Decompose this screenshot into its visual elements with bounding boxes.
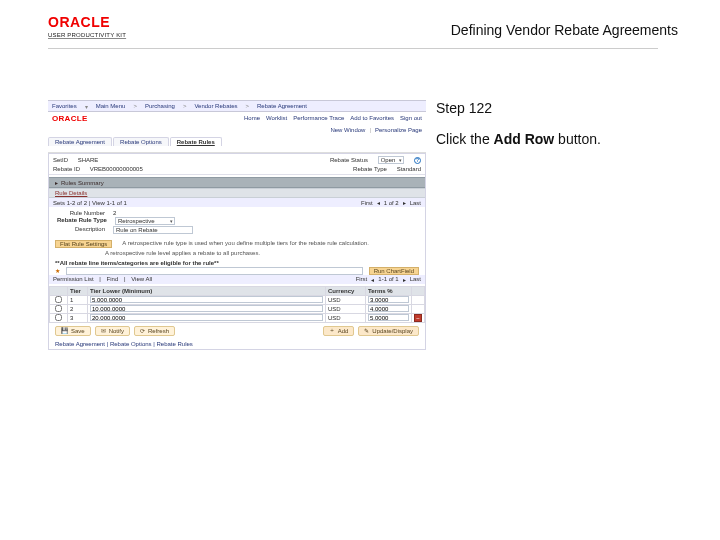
eligible-note: **All rebate line items/categories are e… [49,259,425,267]
refresh-icon: ⟳ [140,327,145,334]
instruction-text: Click the Add Row button. [436,130,676,148]
update-icon: ✎ [364,327,369,334]
link-signout[interactable]: Sign out [400,115,422,121]
page-title: Defining Vendor Rebate Agreements [451,22,678,38]
rule-details-bar[interactable]: Rule Details [49,188,425,198]
notify-icon: ✉ [101,327,106,334]
eligible-row: ★ Run ChartField [49,267,425,275]
help-icon[interactable]: ? [414,157,421,164]
crumb-item[interactable]: Main Menu [96,103,126,109]
link-perf-trace[interactable]: Performance Trace [293,115,344,121]
chevron-left-icon[interactable]: ◂ [371,276,374,283]
add-button[interactable]: ＋Add [323,326,355,336]
nav-last2[interactable]: Last [410,276,421,282]
chevron-right-icon[interactable]: ▸ [403,276,406,283]
rule-p2: A retrospective rule level applies a reb… [105,250,425,258]
row-select[interactable] [52,305,65,312]
chevron-right-icon[interactable]: ▸ [403,199,406,206]
lower-field[interactable] [90,314,323,321]
rebateid-label: Rebate ID [53,166,80,172]
grid-hdr-tier: Tier [68,286,88,295]
personalize-link[interactable]: Personalize Page [375,127,422,133]
setid-label: SetID [53,157,68,163]
oracle-logo: ORACLE [48,14,126,30]
stripe-nav: Sets 1-2 of 2 | View 1-1 of 1 First ◂ 1 … [49,198,425,207]
tab-rebate-options[interactable]: Rebate Options [113,137,169,146]
lower-field[interactable] [90,305,323,312]
terms-field[interactable] [368,305,409,312]
link-home[interactable]: Home [244,115,260,121]
nav-last[interactable]: Last [410,200,421,206]
tier-cell: 2 [68,304,88,313]
status-select[interactable]: Open [378,156,405,164]
header-rule [48,48,658,49]
crumb-item[interactable]: Favorites [52,103,77,109]
new-window-link[interactable]: New Window [330,127,365,133]
notify-label: Notify [109,328,124,334]
update-display-button[interactable]: ✎Update/Display [358,326,419,336]
save-button[interactable]: 💾Save [55,326,91,336]
link-worklist[interactable]: Worklist [266,115,287,121]
grid-hdr-terms: Terms % [366,286,412,295]
lower-field[interactable] [90,296,323,303]
grid-hdr-sel [50,286,68,295]
curr-cell: USD [326,313,366,322]
tier-cell: 3 [68,313,88,322]
terms-field[interactable] [368,296,409,303]
chartfield-button[interactable]: Run ChartField [369,267,419,275]
update-label: Update/Display [372,328,413,334]
delete-row-button[interactable]: − [414,314,422,322]
crumb-item[interactable]: Rebate Agreement [257,103,307,109]
rule-desc-label: Description [57,226,105,234]
refresh-label: Refresh [148,328,169,334]
table-row: 3 USD − [50,313,425,322]
app-bar: ORACLE Home Worklist Performance Trace A… [48,112,426,124]
add-label: Add [338,328,349,334]
viewall-link[interactable]: View All [131,276,152,282]
eligible-field[interactable] [66,267,363,275]
oracle-logo-small: ORACLE [52,114,88,123]
rules-summary-bar[interactable]: ▸Rules Summary [49,177,425,188]
logo-block: ORACLE USER PRODUCTIVITY KIT [48,14,126,38]
rules-summary-label: Rules Summary [61,180,104,186]
tab-strip: Rebate Agreement Rebate Options Rebate R… [48,137,426,146]
row-select[interactable] [52,314,65,321]
row-select[interactable] [52,296,65,303]
refresh-button[interactable]: ⟳Refresh [134,326,175,336]
status-label: Rebate Status [330,157,368,163]
upk-label: USER PRODUCTIVITY KIT [48,32,126,38]
table-row: 1 USD [50,295,425,304]
rule-desc-field[interactable]: Rule on Rebate [113,226,193,234]
curr-cell: USD [326,295,366,304]
grid-stripe: Permission List | Find | View All First … [49,275,425,284]
tiers-grid: Tier Tier Lower (Minimum) Currency Terms… [49,286,425,323]
notify-button[interactable]: ✉Notify [95,326,130,336]
nav-first[interactable]: First [361,200,373,206]
rule-p1: A retrospective rule type is used when y… [122,240,368,248]
embedded-screenshot: Favorites▾ Main Menu> Purchasing> Vendor… [48,100,426,380]
chevron-left-icon[interactable]: ◂ [377,199,380,206]
terms-field[interactable] [368,314,409,321]
rule-type-select[interactable]: Retrospective [115,217,175,225]
link-add-fav[interactable]: Add to Favorites [350,115,394,121]
action-row: 💾Save ✉Notify ⟳Refresh ＋Add ✎Update/Disp… [49,323,425,339]
find-link[interactable]: Find [107,276,119,282]
tier-cell: 1 [68,295,88,304]
nav-of2: 1-1 of 1 [378,276,398,282]
window-actions: New Window | Personalize Page [48,125,426,135]
tab-rebate-rules[interactable]: Rebate Rules [170,137,222,146]
crumb-item[interactable]: Vendor Rebates [194,103,237,109]
flat-rule-button[interactable]: Flat Rule Settings [55,240,112,248]
rule-num-label: Rule Number [57,210,105,216]
instruction-panel: Step 122 Click the Add Row button. [436,100,676,148]
chevron-right-icon: ▸ [55,179,58,186]
instruction-post: button. [554,131,601,147]
grid-hdr-lower: Tier Lower (Minimum) [88,286,326,295]
rule-block: Rule Number2 Rebate Rule TypeRetrospecti… [49,207,425,237]
grid-header-row: Tier Tier Lower (Minimum) Currency Terms… [50,286,425,295]
tab-rebate-agreement[interactable]: Rebate Agreement [48,137,112,146]
bottom-links[interactable]: Rebate Agreement | Rebate Options | Reba… [49,339,425,349]
nav-first2[interactable]: First [356,276,368,282]
breadcrumb: Favorites▾ Main Menu> Purchasing> Vendor… [48,100,426,112]
crumb-item[interactable]: Purchasing [145,103,175,109]
